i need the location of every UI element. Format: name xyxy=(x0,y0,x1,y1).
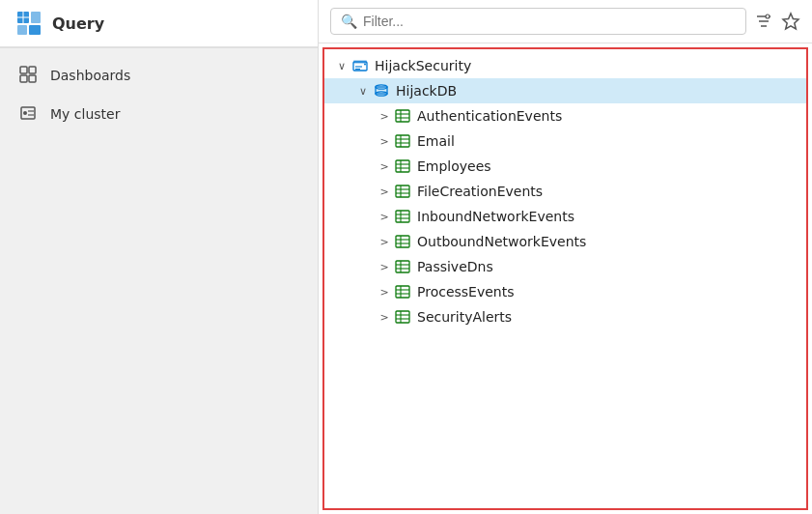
table-row-7[interactable]: ProcessEvents xyxy=(324,279,806,304)
table-row-1[interactable]: Email xyxy=(324,128,806,154)
dashboards-icon xyxy=(19,66,39,85)
cluster-icon xyxy=(351,57,369,74)
database-icon xyxy=(373,82,390,100)
table-chevron-7 xyxy=(375,286,394,299)
table-label-0: AuthenticationEvents xyxy=(417,108,562,124)
table-icon-7 xyxy=(394,283,411,300)
table-row-8[interactable]: SecurityAlerts xyxy=(324,304,806,329)
table-row-5[interactable]: OutboundNetworkEvents xyxy=(324,229,806,254)
svg-rect-6 xyxy=(20,67,27,73)
sidebar-nav: Dashboards My cluster xyxy=(0,48,318,141)
settings-filter-icon[interactable] xyxy=(754,12,773,31)
table-row-0[interactable]: AuthenticationEvents xyxy=(324,103,806,128)
sidebar: Query Dashboards xyxy=(0,0,319,514)
table-icon-2 xyxy=(394,157,411,175)
table-label-6: PassiveDns xyxy=(417,259,493,274)
nav-label-dashboards: Dashboards xyxy=(50,68,130,83)
table-label-5: OutboundNetworkEvents xyxy=(417,234,586,249)
main-panel: 🔍 xyxy=(319,0,812,514)
table-chevron-6 xyxy=(375,261,394,273)
query-icon xyxy=(15,10,42,37)
tree-cluster[interactable]: HijackSecurity xyxy=(324,53,806,78)
tree-database[interactable]: HijackDB xyxy=(324,78,806,103)
cluster-label: HijackSecurity xyxy=(375,58,471,73)
nav-item-my-cluster[interactable]: My cluster xyxy=(0,95,318,133)
table-icon-8 xyxy=(394,308,411,326)
svg-rect-8 xyxy=(20,75,27,82)
svg-rect-43 xyxy=(396,211,409,222)
table-chevron-8 xyxy=(375,311,394,324)
nav-item-dashboards[interactable]: Dashboards xyxy=(0,56,318,95)
search-box[interactable]: 🔍 xyxy=(330,8,746,35)
table-chevron-3 xyxy=(375,186,394,198)
table-label-7: ProcessEvents xyxy=(417,284,515,300)
search-icon: 🔍 xyxy=(341,14,357,29)
svg-rect-51 xyxy=(396,261,409,272)
filter-input[interactable] xyxy=(363,14,736,29)
svg-point-17 xyxy=(766,14,770,18)
table-icon-6 xyxy=(394,258,411,275)
svg-marker-18 xyxy=(783,14,798,29)
table-label-3: FileCreationEvents xyxy=(417,184,543,199)
tree-container: HijackSecurity HijackDB xyxy=(322,47,808,510)
table-row-2[interactable]: Employees xyxy=(324,154,806,179)
svg-rect-27 xyxy=(396,110,409,122)
table-row-4[interactable]: InboundNetworkEvents xyxy=(324,204,806,229)
table-icon-0 xyxy=(394,107,411,125)
nav-label-my-cluster: My cluster xyxy=(50,106,120,122)
toolbar: 🔍 xyxy=(319,0,812,43)
svg-rect-31 xyxy=(396,135,409,147)
database-label: HijackDB xyxy=(396,83,457,99)
svg-rect-59 xyxy=(396,311,409,323)
svg-rect-39 xyxy=(396,186,409,197)
table-icon-5 xyxy=(394,233,411,250)
table-chevron-0 xyxy=(375,110,394,123)
table-row-6[interactable]: PassiveDns xyxy=(324,254,806,279)
svg-rect-2 xyxy=(17,25,27,35)
table-row-3[interactable]: FileCreationEvents xyxy=(324,179,806,204)
database-chevron xyxy=(353,85,373,98)
svg-rect-20 xyxy=(353,60,367,64)
table-icon-3 xyxy=(394,183,411,200)
sidebar-title: Query xyxy=(52,14,104,33)
cluster-chevron xyxy=(332,60,351,72)
cluster-nav-icon xyxy=(19,104,39,124)
favorite-icon[interactable] xyxy=(781,12,800,31)
svg-point-21 xyxy=(364,64,366,66)
table-label-2: Employees xyxy=(417,158,491,174)
svg-point-11 xyxy=(23,111,27,115)
table-icon-4 xyxy=(394,208,411,225)
table-label-1: Email xyxy=(417,133,455,149)
sidebar-header: Query xyxy=(0,0,318,48)
table-label-4: InboundNetworkEvents xyxy=(417,209,574,224)
svg-rect-55 xyxy=(396,286,409,298)
svg-rect-47 xyxy=(396,236,409,247)
table-icon-1 xyxy=(394,132,411,150)
svg-rect-3 xyxy=(29,25,41,35)
svg-rect-9 xyxy=(29,75,36,82)
table-chevron-2 xyxy=(375,160,394,173)
table-chevron-5 xyxy=(375,236,394,248)
table-chevron-1 xyxy=(375,135,394,148)
table-label-8: SecurityAlerts xyxy=(417,309,512,325)
svg-rect-35 xyxy=(396,160,409,172)
svg-rect-7 xyxy=(29,67,36,73)
table-chevron-4 xyxy=(375,211,394,223)
svg-rect-1 xyxy=(31,12,41,23)
